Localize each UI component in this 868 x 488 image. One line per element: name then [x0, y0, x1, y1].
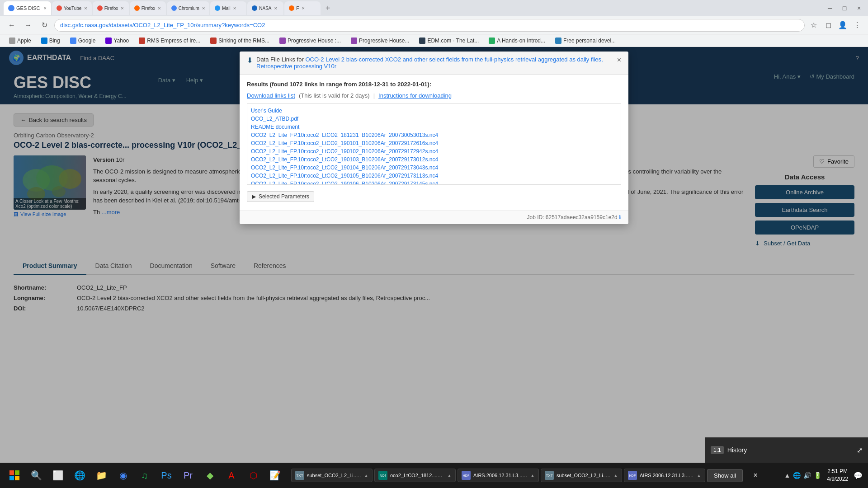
back-button[interactable]: ←: [5, 19, 18, 32]
tab-label: GES DISC: [16, 5, 40, 11]
extensions-icon[interactable]: ◻: [823, 20, 834, 31]
bookmark-sinking[interactable]: Sinking of the RMS...: [207, 37, 273, 45]
system-tray-icons: ▲ 🌐 🔊 🔋: [784, 472, 821, 479]
browser-tab-7[interactable]: F ×: [284, 1, 321, 15]
acrobat-taskbar-icon[interactable]: A: [222, 466, 241, 484]
start-button[interactable]: [5, 466, 24, 484]
taskbar-file-3[interactable]: HDF AIRS.2006.12.31.L3....hdf ▲: [458, 469, 539, 482]
instructions-link[interactable]: Instructions for downloading: [378, 92, 452, 99]
forward-button[interactable]: →: [22, 19, 34, 32]
tab-close-4[interactable]: ×: [202, 5, 205, 11]
tab-close-3[interactable]: ×: [158, 5, 160, 11]
bookmark-icon-handson: [489, 38, 495, 44]
tab-favicon-2: [97, 5, 103, 11]
show-all-button[interactable]: Show all: [707, 469, 743, 482]
modal-title: ⬇ Data File Links for OCO-2 Level 2 bias…: [247, 56, 617, 70]
edge-taskbar-icon[interactable]: 🌐: [71, 466, 89, 484]
modal-close-button[interactable]: ×: [617, 56, 621, 64]
chevron-up-icon[interactable]: ▲: [784, 472, 790, 479]
taskbar-right: ▲ 🌐 🔊 🔋 2:51 PM 4/9/2022 💬: [784, 468, 863, 483]
history-label: 1:1 History: [711, 446, 857, 454]
file-item-2[interactable]: OCO2_L2_Lite_FP.10r:oco2_LtCO2_190101_B1…: [251, 139, 617, 147]
spotify-taskbar-icon[interactable]: ♫: [136, 466, 154, 484]
taskbar-file-1[interactable]: TXT subset_OCO2_L2_Li....txt ▲: [291, 469, 373, 482]
tab-close-icon[interactable]: ×: [44, 5, 47, 11]
file-item-1[interactable]: OCO2_L2_Lite_FP.10r:oco2_LtCO2_181231_B1…: [251, 131, 617, 139]
taskbar: 🔍 ⬜ 🌐 📁 ◉ ♫ Ps Pr ◆ A ⬡ 📝 TXT subset_OCO…: [0, 463, 868, 488]
tab-close-5[interactable]: ×: [233, 5, 236, 11]
svg-rect-7: [9, 470, 14, 475]
history-panel: 1:1 History ⤢: [705, 437, 868, 463]
job-info-icon[interactable]: ℹ: [619, 214, 621, 221]
file-item-users-guide[interactable]: User's Guide: [251, 107, 617, 115]
close-button[interactable]: ×: [854, 3, 864, 14]
file-item-5[interactable]: OCO2_L2_Lite_FP.10r:oco2_LtCO2_190104_B1…: [251, 164, 617, 172]
menu-icon[interactable]: ⋮: [852, 20, 863, 31]
tab-close-2[interactable]: ×: [121, 5, 123, 11]
taskbar-clock[interactable]: 2:51 PM 4/9/2022: [827, 468, 848, 483]
bookmark-progressive1[interactable]: Progressive House :...: [276, 37, 344, 45]
bookmark-icon-edm: [419, 38, 425, 44]
browser-tab-1[interactable]: YouTube ×: [52, 1, 92, 15]
file-item-7[interactable]: OCO2_L2_Lite_FP.10r:oco2_LtCO2_190106_B1…: [251, 180, 617, 185]
bookmark-bing[interactable]: Bing: [38, 37, 64, 45]
bookmark-apple[interactable]: Apple: [5, 37, 35, 45]
tab-close-6[interactable]: ×: [274, 5, 277, 11]
address-bar[interactable]: disc.gsfc.nasa.gov/datasets/OCO2_L2_Lite…: [54, 19, 805, 32]
search-taskbar-icon[interactable]: 🔍: [27, 466, 45, 484]
history-expand-button[interactable]: ⤢: [857, 446, 863, 455]
profile-icon[interactable]: 👤: [837, 20, 848, 31]
browser-tab-2[interactable]: Firefox ×: [93, 1, 129, 15]
modal-title-link[interactable]: OCO-2 Level 2 bias-corrected XCO2 and ot…: [256, 56, 603, 70]
active-tab[interactable]: GES DISC ×: [4, 1, 51, 15]
browser-tab-4[interactable]: Chromium ×: [167, 1, 210, 15]
taskview-icon[interactable]: ⬜: [49, 466, 67, 484]
bookmark-personal[interactable]: Free personal devel...: [552, 37, 619, 45]
file-item-atbd[interactable]: OCO_L2_ATBD.pdf: [251, 115, 617, 123]
modal-header: ⬇ Data File Links for OCO-2 Level 2 bias…: [240, 52, 628, 75]
file-list[interactable]: User's Guide OCO_L2_ATBD.pdf README docu…: [247, 103, 621, 185]
app-icon-1[interactable]: ◆: [201, 466, 219, 484]
bookmark-handson[interactable]: A Hands-on Introd...: [485, 37, 549, 45]
tab-close-7[interactable]: ×: [302, 5, 304, 11]
modal-body: Results (found 1072 links in range from …: [240, 75, 628, 210]
bookmark-progressive2[interactable]: Progressive House...: [347, 37, 413, 45]
reload-button[interactable]: ↻: [38, 19, 51, 32]
browser-tab-6[interactable]: NASA ×: [247, 1, 283, 15]
browser-tab-3[interactable]: Firefox ×: [130, 1, 166, 15]
filename-5: AIRS.2006.12.31.L3....hdf: [640, 473, 694, 478]
explorer-taskbar-icon[interactable]: 📁: [92, 466, 110, 484]
selected-parameters-button[interactable]: ▶ Selected Parameters: [247, 191, 314, 202]
bookmark-edm[interactable]: EDM.com - The Lat...: [415, 37, 482, 45]
bookmark-google[interactable]: Google: [66, 37, 99, 45]
chrome-taskbar-icon[interactable]: ◉: [114, 466, 132, 484]
premiere-taskbar-icon[interactable]: Pr: [179, 466, 197, 484]
close-downloads-icon[interactable]: ×: [750, 470, 761, 481]
browser-tab-5[interactable]: Mail ×: [210, 1, 246, 15]
photoshop-taskbar-icon[interactable]: Ps: [157, 466, 175, 484]
file-item-6[interactable]: OCO2_L2_Lite_FP.10r:oco2_LtCO2_190105_B1…: [251, 172, 617, 180]
minimize-button[interactable]: ─: [825, 3, 835, 14]
taskbar-file-4[interactable]: TXT subset_OCO2_L2_Li....txt ▲: [541, 469, 622, 482]
bookmark-icon-prog1: [279, 38, 286, 44]
filename-2: oco2_LtCO2_1812....nc4: [390, 473, 444, 478]
network-icon[interactable]: 🌐: [793, 472, 801, 479]
history-text: History: [727, 446, 747, 454]
file-item-3[interactable]: OCO2_L2_Lite_FP.10r:oco2_LtCO2_190102_B1…: [251, 147, 617, 155]
bookmark-yahoo[interactable]: Yahoo: [102, 37, 132, 45]
file-item-4[interactable]: OCO2_L2_Lite_FP.10r:oco2_LtCO2_190103_B1…: [251, 155, 617, 164]
tab-close-1[interactable]: ×: [84, 5, 87, 11]
new-tab-button[interactable]: +: [321, 2, 334, 14]
download-links-list-link[interactable]: Download links list: [247, 92, 295, 99]
taskbar-file-2[interactable]: NC4 oco2_LtCO2_1812....nc4 ▲: [374, 469, 456, 482]
notification-icon[interactable]: 💬: [854, 471, 863, 480]
sticky-notes-icon[interactable]: 📝: [266, 466, 284, 484]
sound-icon[interactable]: 🔊: [803, 472, 811, 479]
bookmark-rms[interactable]: RMS Empress of Ire...: [135, 37, 204, 45]
maximize-button[interactable]: □: [839, 3, 850, 14]
taskbar-file-5[interactable]: HDF AIRS.2006.12.31.L3....hdf ▲: [624, 469, 705, 482]
bookmark-star-icon[interactable]: ☆: [808, 20, 819, 31]
tab-label-4: Chromium: [179, 6, 199, 11]
file-item-readme[interactable]: README document: [251, 123, 617, 131]
app-icon-2[interactable]: ⬡: [244, 466, 262, 484]
